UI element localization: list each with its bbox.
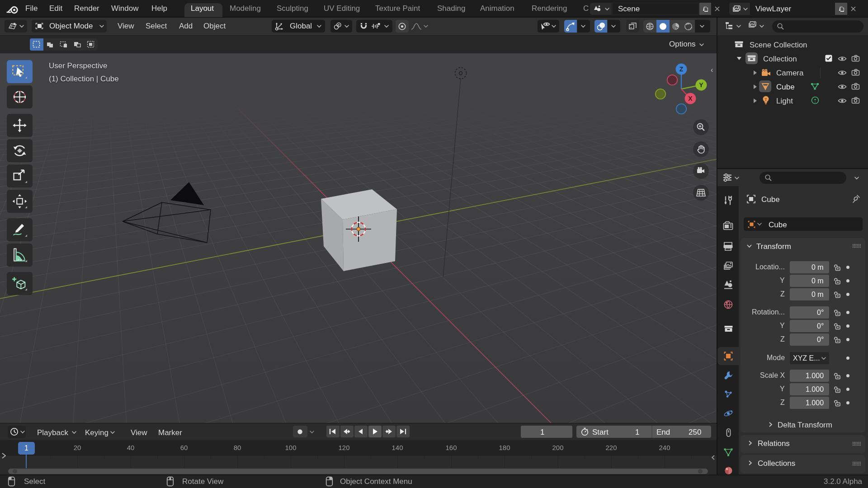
svg-text:Z: Z bbox=[679, 66, 684, 73]
svg-text:X: X bbox=[688, 95, 693, 102]
svg-text:Y: Y bbox=[699, 81, 703, 89]
